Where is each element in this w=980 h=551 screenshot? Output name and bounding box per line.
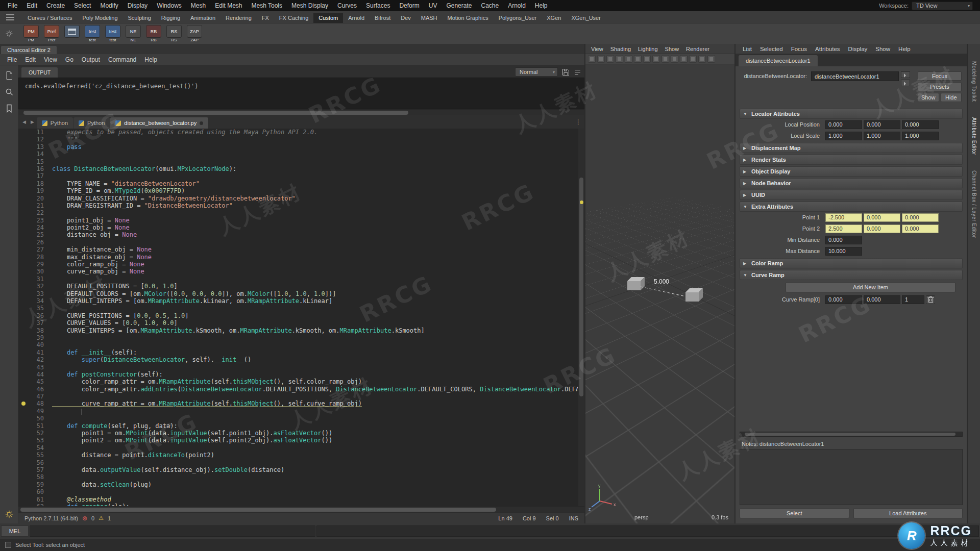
settings-gear-icon[interactable] — [4, 509, 14, 519]
viewport-menu-lighting[interactable]: Lighting — [634, 46, 662, 52]
viewport-menu-show[interactable]: Show — [662, 46, 683, 52]
menu-mesh-tools[interactable]: Mesh Tools — [247, 0, 287, 11]
menu-modify[interactable]: Modify — [95, 0, 122, 11]
lasso-select-icon[interactable] — [597, 55, 605, 63]
mel-toggle-button[interactable]: MEL — [1, 525, 29, 537]
editor-menu-file[interactable]: File — [3, 56, 21, 63]
shelf-tab-dev[interactable]: Dev — [396, 13, 416, 23]
menu-edit-mesh[interactable]: Edit Mesh — [210, 0, 247, 11]
ae-horizontal-scrollbar[interactable] — [740, 432, 963, 437]
ramp-interp-field[interactable]: 1 — [902, 295, 924, 304]
select-icon[interactable] — [588, 55, 596, 63]
viewport-menu-shading[interactable]: Shading — [607, 46, 634, 52]
shelf-tab-bifrost[interactable]: Bifrost — [370, 13, 396, 23]
notes-textarea[interactable] — [740, 449, 963, 505]
shelf-tab-fx[interactable]: FX — [257, 13, 274, 23]
film-gate-icon[interactable] — [671, 55, 678, 63]
menu-windows[interactable]: Windows — [152, 0, 186, 11]
show-button[interactable]: Show — [918, 93, 939, 102]
ae-menu-selected[interactable]: Selected — [756, 46, 787, 52]
shelf-tab-poly-modeling[interactable]: Poly Modeling — [77, 13, 122, 23]
attr-field-local-position-2[interactable]: 0.000 — [902, 120, 939, 129]
menu-curves[interactable]: Curves — [333, 0, 361, 11]
panel-tab-attribute-editor[interactable]: Attribute Editor — [971, 117, 977, 155]
menu-surfaces[interactable]: Surfaces — [361, 0, 395, 11]
shelf-tab-polygons-user[interactable]: Polygons_User — [494, 13, 542, 23]
code-vertical-scrollbar[interactable] — [578, 129, 584, 506]
load-attributes-button[interactable]: Load Attributes — [853, 508, 963, 518]
delete-ramp-entry-icon[interactable] — [926, 295, 935, 304]
attr-field-point-2-2[interactable]: 0.000 — [902, 224, 939, 233]
menu-cache[interactable]: Cache — [476, 0, 503, 11]
shelf-tab-sculpting[interactable]: Sculpting — [123, 13, 156, 23]
gate-mask-icon[interactable] — [689, 55, 697, 63]
output-mode-dropdown[interactable]: Normal ▾ — [515, 67, 558, 77]
shelf-tab-fx-caching[interactable]: FX Caching — [274, 13, 313, 23]
shelf-tab-xgen-user[interactable]: XGen_User — [566, 13, 605, 23]
presets-button[interactable]: Presets — [918, 82, 962, 91]
editor-menu-help[interactable]: Help — [140, 56, 161, 63]
section-object-display[interactable]: ▶Object Display — [740, 166, 963, 177]
attr-field-local-position-0[interactable]: 0.000 — [825, 120, 862, 129]
shelf-tab-mash[interactable]: MASH — [416, 13, 443, 23]
shelf-tab-arnold[interactable]: Arnold — [343, 13, 370, 23]
editor-tab-python-1[interactable]: Python — [74, 117, 110, 129]
bookmark-icon[interactable] — [4, 103, 14, 113]
attr-field-max-distance-0[interactable]: 10.000 — [825, 247, 862, 256]
ae-menu-list[interactable]: List — [739, 46, 756, 52]
output-console[interactable]: cmds.evalDeferred('cz_distance_between_t… — [18, 78, 584, 109]
attr-field-local-scale-2[interactable]: 1.000 — [902, 132, 939, 140]
ae-menu-display[interactable]: Display — [844, 46, 872, 52]
scrollbar-thumb[interactable] — [745, 433, 955, 436]
shelf-button-test-3[interactable]: testtest — [84, 25, 101, 42]
scrollbar-thumb[interactable] — [23, 111, 408, 115]
attr-field-point-2-0[interactable]: 2.500 — [825, 224, 862, 233]
grid-display-icon[interactable] — [662, 55, 669, 63]
shelf-button-rb-6[interactable]: RBRB — [145, 25, 162, 42]
ae-menu-focus[interactable]: Focus — [787, 46, 811, 52]
panel-tab-channel-box-layer-editor[interactable]: Channel Box / Layer Editor — [971, 170, 977, 238]
attr-field-local-position-1[interactable]: 0.000 — [864, 120, 900, 129]
menu-create[interactable]: Create — [42, 0, 69, 11]
shelf-button-layout-2[interactable] — [63, 25, 81, 42]
wireframe-icon[interactable] — [698, 55, 706, 63]
shelf-tab-custom[interactable]: Custom — [313, 13, 343, 23]
section-color-ramp[interactable]: ▶Color Ramp — [740, 258, 963, 268]
section-locator-attributes[interactable]: ▼Locator Attributes — [740, 109, 963, 119]
shelf-button-ne-5[interactable]: NENE — [125, 25, 142, 42]
search-icon[interactable] — [4, 87, 14, 97]
save-output-icon[interactable] — [562, 68, 570, 76]
editor-menu-command[interactable]: Command — [104, 56, 140, 63]
node-tab[interactable]: distanceBetweenLocator1 — [739, 55, 818, 66]
output-horizontal-scrollbar[interactable] — [18, 109, 584, 115]
shelf-button-test-4[interactable]: testtest — [104, 25, 121, 42]
shelf-options-gear-icon[interactable] — [5, 30, 13, 38]
shelf-button-pm-0[interactable]: PMPM — [22, 25, 40, 42]
command-results-field[interactable] — [316, 525, 979, 537]
command-input[interactable] — [30, 525, 315, 537]
scrollbar-thumb[interactable] — [20, 508, 496, 512]
attr-field-point-2-1[interactable]: 0.000 — [864, 224, 900, 233]
shelf-tabs-menu-icon[interactable] — [6, 14, 14, 20]
section-extra-attributes[interactable]: ▼Extra Attributes — [740, 202, 963, 212]
shelf-button-zap-8[interactable]: ZAPZAP — [186, 25, 203, 42]
attr-field-point-1-1[interactable]: 0.000 — [864, 213, 900, 222]
code-horizontal-scrollbar[interactable] — [18, 506, 584, 512]
resolution-gate-icon[interactable] — [680, 55, 688, 63]
scrollbar-thumb[interactable] — [579, 178, 583, 396]
shelf-tab-rigging[interactable]: Rigging — [156, 13, 185, 23]
editor-menu-go[interactable]: Go — [61, 56, 78, 63]
menu-display[interactable]: Display — [123, 0, 152, 11]
add-new-item-button[interactable]: Add New Item — [786, 282, 955, 292]
shelf-tab-animation[interactable]: Animation — [185, 13, 220, 23]
viewport-canvas[interactable]: 5.000 y x z persp 0.3 fps — [585, 64, 734, 523]
code-editor[interactable]: 11 expects to be passed, objects created… — [18, 129, 584, 506]
output-tab[interactable]: OUTPUT — [21, 67, 58, 78]
menu-generate[interactable]: Generate — [442, 0, 476, 11]
menu-deform[interactable]: Deform — [395, 0, 424, 11]
smooth-shade-icon[interactable] — [707, 55, 715, 63]
section-node-behavior[interactable]: ▶Node Behavior — [740, 178, 963, 188]
ae-menu-attributes[interactable]: Attributes — [811, 46, 844, 52]
editor-tab-distance-between-locator-py-2[interactable]: distance_between_locator.py — [110, 117, 208, 129]
menu-edit[interactable]: Edit — [22, 0, 42, 11]
